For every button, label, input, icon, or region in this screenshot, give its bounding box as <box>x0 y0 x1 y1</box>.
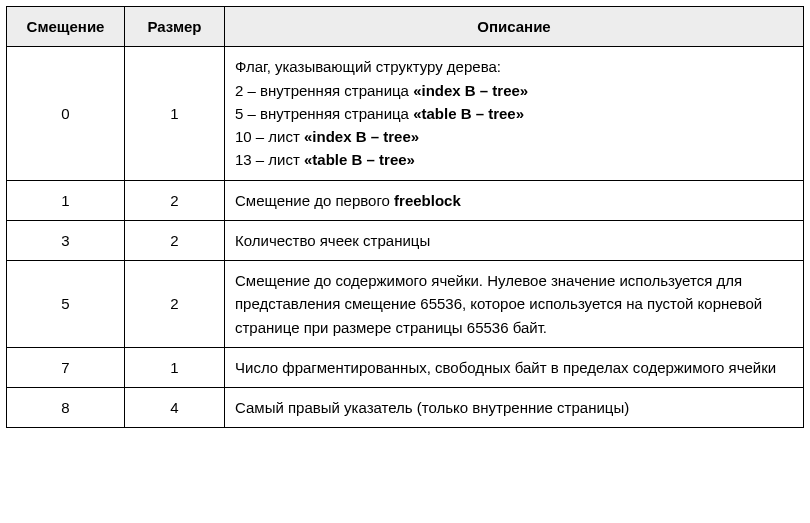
bold-text: «index B – tree» <box>413 82 528 99</box>
cell-size: 1 <box>125 47 225 180</box>
cell-size: 2 <box>125 220 225 260</box>
description-line: 13 – лист «table B – tree» <box>235 148 793 171</box>
bold-text: freeblock <box>394 192 461 209</box>
cell-offset: 8 <box>7 388 125 428</box>
col-header-offset: Смещение <box>7 7 125 47</box>
table-row: 01Флаг, указывающий структуру дерева:2 –… <box>7 47 804 180</box>
cell-description: Самый правый указатель (только внутренни… <box>225 388 804 428</box>
cell-offset: 0 <box>7 47 125 180</box>
table-body: 01Флаг, указывающий структуру дерева:2 –… <box>7 47 804 428</box>
table-row: 84Самый правый указатель (только внутрен… <box>7 388 804 428</box>
text: 10 – лист <box>235 128 304 145</box>
col-header-desc: Описание <box>225 7 804 47</box>
description-line: 2 – внутренняя страница «index B – tree» <box>235 79 793 102</box>
cell-offset: 5 <box>7 261 125 348</box>
description-line: Смещение до первого freeblock <box>235 189 793 212</box>
bold-text: «table B – tree» <box>413 105 524 122</box>
text: Смещение до содержимого ячейки. Нулевое … <box>235 272 762 336</box>
text: Смещение до первого <box>235 192 394 209</box>
table-row: 12Смещение до первого freeblock <box>7 180 804 220</box>
description-line: Количество ячеек страницы <box>235 229 793 252</box>
col-header-size: Размер <box>125 7 225 47</box>
text: Самый правый указатель (только внутренни… <box>235 399 629 416</box>
cell-description: Количество ячеек страницы <box>225 220 804 260</box>
description-line: 5 – внутренняя страница «table B – tree» <box>235 102 793 125</box>
cell-description: Смещение до содержимого ячейки. Нулевое … <box>225 261 804 348</box>
table-row: 71Число фрагментированных, свободных бай… <box>7 347 804 387</box>
cell-size: 2 <box>125 261 225 348</box>
btree-header-struct-table: Смещение Размер Описание 01Флаг, указыва… <box>6 6 804 428</box>
table-header-row: Смещение Размер Описание <box>7 7 804 47</box>
text: 5 – внутренняя страница <box>235 105 413 122</box>
description-line: 10 – лист «index B – tree» <box>235 125 793 148</box>
cell-description: Флаг, указывающий структуру дерева:2 – в… <box>225 47 804 180</box>
cell-size: 2 <box>125 180 225 220</box>
cell-size: 4 <box>125 388 225 428</box>
cell-size: 1 <box>125 347 225 387</box>
cell-offset: 1 <box>7 180 125 220</box>
table-row: 32Количество ячеек страницы <box>7 220 804 260</box>
description-line: Самый правый указатель (только внутренни… <box>235 396 793 419</box>
table-row: 52Смещение до содержимого ячейки. Нулево… <box>7 261 804 348</box>
cell-description: Число фрагментированных, свободных байт … <box>225 347 804 387</box>
cell-offset: 3 <box>7 220 125 260</box>
text: Количество ячеек страницы <box>235 232 430 249</box>
text: Число фрагментированных, свободных байт … <box>235 359 776 376</box>
description-line: Смещение до содержимого ячейки. Нулевое … <box>235 269 793 339</box>
text: 2 – внутренняя страница <box>235 82 413 99</box>
bold-text: «table B – tree» <box>304 151 415 168</box>
cell-offset: 7 <box>7 347 125 387</box>
description-line: Число фрагментированных, свободных байт … <box>235 356 793 379</box>
bold-text: «index B – tree» <box>304 128 419 145</box>
description-line: Флаг, указывающий структуру дерева: <box>235 55 793 78</box>
text: Флаг, указывающий структуру дерева: <box>235 58 501 75</box>
cell-description: Смещение до первого freeblock <box>225 180 804 220</box>
text: 13 – лист <box>235 151 304 168</box>
